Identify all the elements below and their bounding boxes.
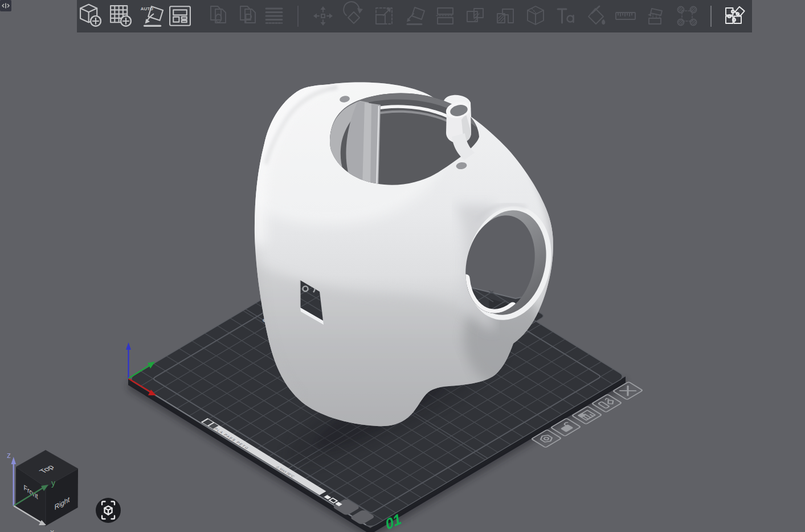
svg-text:y: y: [51, 478, 55, 488]
svg-text:z: z: [7, 451, 11, 460]
svg-text:x: x: [50, 527, 54, 532]
